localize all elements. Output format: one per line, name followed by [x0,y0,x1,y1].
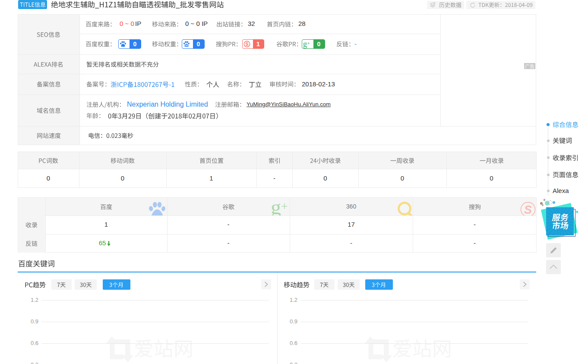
svg-text:S: S [245,41,248,47]
svg-text:S: S [524,203,532,215]
